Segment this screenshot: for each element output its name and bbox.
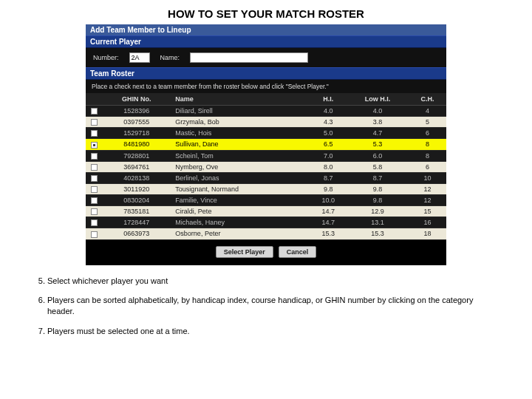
- table-row[interactable]: 7928801Scheinl, Tom7.06.08: [86, 150, 446, 161]
- current-player-panel: Number: Name:: [86, 48, 446, 67]
- cell-name: Ciraldi, Pete: [171, 206, 310, 217]
- cell-ch: 4: [409, 106, 446, 117]
- radio-icon[interactable]: [91, 108, 98, 115]
- cell-ghin: 0830204: [102, 195, 171, 206]
- radio-icon[interactable]: [91, 186, 98, 193]
- cell-ghin: 0663973: [102, 228, 171, 239]
- table-row[interactable]: 7835181Ciraldi, Pete14.712.915: [86, 206, 446, 217]
- window-titlebar: Add Team Member to Lineup: [86, 24, 446, 35]
- cell-hi: 9.8: [310, 183, 347, 194]
- cell-name: Grzymala, Bob: [171, 117, 310, 128]
- radio-icon[interactable]: [91, 142, 98, 149]
- cell-ghin: 4028138: [102, 172, 171, 183]
- table-row[interactable]: 0663973Osborne, Peter15.315.318: [86, 228, 446, 239]
- cell-ghin: 1528396: [102, 106, 171, 117]
- cell-name: Tousignant, Normand: [171, 183, 310, 194]
- instruction-steps: Select whichever player you wantPlayers …: [0, 276, 532, 337]
- col-ghin[interactable]: GHIN No.: [102, 93, 171, 106]
- cell-hi: 6.5: [310, 139, 347, 150]
- cell-ch: 15: [409, 206, 446, 217]
- cell-name: Scheinl, Tom: [171, 150, 310, 161]
- cell-lowhi: 13.1: [347, 217, 409, 228]
- cell-ch: 12: [409, 195, 446, 206]
- cell-hi: 14.7: [310, 217, 347, 228]
- cell-lowhi: 5.8: [347, 161, 409, 172]
- cell-name: Sullivan, Dane: [171, 139, 310, 150]
- cell-lowhi: 4.0: [347, 106, 409, 117]
- radio-icon[interactable]: [91, 175, 98, 182]
- cell-hi: 8.0: [310, 161, 347, 172]
- cell-lowhi: 6.0: [347, 150, 409, 161]
- radio-icon[interactable]: [91, 153, 98, 160]
- cell-hi: 5.0: [310, 128, 347, 139]
- table-row[interactable]: 0830204Familie, Vince10.09.812: [86, 195, 446, 206]
- cancel-button[interactable]: Cancel: [279, 246, 317, 258]
- radio-icon[interactable]: [91, 231, 98, 238]
- table-row[interactable]: 1528396Diliard, Sirell4.04.04: [86, 106, 446, 117]
- cell-name: Michaels, Haney: [171, 217, 310, 228]
- cell-ch: 10: [409, 172, 446, 183]
- number-input[interactable]: [129, 52, 150, 63]
- radio-icon[interactable]: [91, 164, 98, 171]
- cell-hi: 15.3: [310, 228, 347, 239]
- cell-ghin: 7928801: [102, 150, 171, 161]
- list-item: Players must be selected one at a time.: [47, 326, 497, 337]
- cell-lowhi: 9.8: [347, 183, 409, 194]
- dialog-screenshot: Add Team Member to Lineup Current Player…: [86, 24, 446, 265]
- table-row[interactable]: 1529718Mastic, Hois5.04.76: [86, 128, 446, 139]
- table-row[interactable]: 3694761Nymberg, Ove8.05.86: [86, 161, 446, 172]
- page-title: HOW TO SET YOUR MATCH ROSTER: [0, 0, 532, 24]
- cell-lowhi: 12.9: [347, 206, 409, 217]
- cell-hi: 4.3: [310, 117, 347, 128]
- cell-name: Diliard, Sirell: [171, 106, 310, 117]
- radio-icon[interactable]: [91, 208, 98, 215]
- cell-hi: 14.7: [310, 206, 347, 217]
- col-select[interactable]: [86, 93, 102, 106]
- cell-ch: 6: [409, 161, 446, 172]
- cell-hi: 8.7: [310, 172, 347, 183]
- table-row[interactable]: 3011920Tousignant, Normand9.89.812: [86, 183, 446, 194]
- cell-lowhi: 15.3: [347, 228, 409, 239]
- roster-instruction: Place a check next to a team member from…: [86, 80, 446, 93]
- radio-icon[interactable]: [91, 219, 98, 226]
- button-row: Select Player Cancel: [86, 240, 446, 258]
- table-row[interactable]: 0397555Grzymala, Bob4.33.85: [86, 117, 446, 128]
- cell-ch: 18: [409, 228, 446, 239]
- cell-ghin: 1728447: [102, 217, 171, 228]
- roster-table: GHIN No. Name H.I. Low H.I. C.H. 1528396…: [86, 93, 446, 240]
- table-row[interactable]: 4028138Berlinel, Jonas8.78.710: [86, 172, 446, 183]
- col-lowhi[interactable]: Low H.I.: [347, 93, 409, 106]
- radio-icon[interactable]: [91, 119, 98, 126]
- cell-ghin: 8481980: [102, 139, 171, 150]
- col-ch[interactable]: C.H.: [409, 93, 446, 106]
- cell-hi: 7.0: [310, 150, 347, 161]
- current-player-header: Current Player: [86, 35, 446, 48]
- table-row[interactable]: 8481980Sullivan, Dane6.55.38: [86, 139, 446, 150]
- cell-name: Berlinel, Jonas: [171, 172, 310, 183]
- name-label: Name:: [160, 54, 180, 61]
- col-hi[interactable]: H.I.: [310, 93, 347, 106]
- cell-ghin: 7835181: [102, 206, 171, 217]
- cell-name: Familie, Vince: [171, 195, 310, 206]
- cell-lowhi: 3.8: [347, 117, 409, 128]
- radio-icon[interactable]: [91, 197, 98, 204]
- list-item: Select whichever player you want: [47, 276, 497, 287]
- number-label: Number:: [93, 54, 119, 61]
- table-row[interactable]: 1728447Michaels, Haney14.713.116: [86, 217, 446, 228]
- cell-name: Nymberg, Ove: [171, 161, 310, 172]
- name-input[interactable]: [190, 52, 308, 63]
- cell-ch: 6: [409, 128, 446, 139]
- cell-lowhi: 4.7: [347, 128, 409, 139]
- cell-ghin: 3011920: [102, 183, 171, 194]
- cell-lowhi: 9.8: [347, 195, 409, 206]
- col-name[interactable]: Name: [171, 93, 310, 106]
- cell-ch: 8: [409, 139, 446, 150]
- cell-name: Mastic, Hois: [171, 128, 310, 139]
- radio-icon[interactable]: [91, 130, 98, 137]
- cell-lowhi: 8.7: [347, 172, 409, 183]
- list-item: Players can be sorted alphabetically, by…: [47, 295, 497, 317]
- cell-ch: 5: [409, 117, 446, 128]
- cell-ghin: 3694761: [102, 161, 171, 172]
- cell-hi: 4.0: [310, 106, 347, 117]
- select-player-button[interactable]: Select Player: [216, 246, 273, 258]
